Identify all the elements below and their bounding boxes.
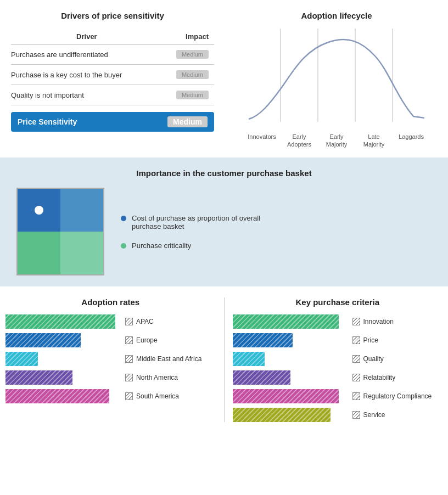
table-row: Purchases are undifferentiated Medium bbox=[11, 44, 214, 65]
bar-fill bbox=[5, 370, 72, 385]
bar-label-text: Service bbox=[363, 411, 385, 419]
legend-item: Purchase criticality bbox=[121, 241, 264, 250]
bar-label: Regulatory Compliance bbox=[352, 392, 432, 400]
adoption-rates-panel: Adoption rates APAC Europe Middle East a… bbox=[5, 297, 216, 422]
bar-label: Quality bbox=[352, 355, 429, 363]
bar-icon bbox=[352, 374, 360, 381]
bar-track bbox=[5, 352, 121, 366]
bar-fill bbox=[233, 352, 265, 366]
importance-content: Cost of purchase as proportion of overal… bbox=[16, 188, 432, 275]
quadrant-dot bbox=[35, 206, 43, 215]
price-sensitivity-badge: Medium bbox=[167, 116, 208, 127]
bar-label-text: North America bbox=[136, 374, 178, 381]
bar-icon bbox=[352, 411, 360, 419]
drivers-title: Drivers of price sensitivity bbox=[11, 11, 214, 20]
bar-label: Relatability bbox=[352, 374, 429, 381]
bar-fill bbox=[233, 389, 339, 403]
adoption-curve-svg bbox=[243, 26, 430, 130]
bar-track bbox=[5, 314, 121, 329]
phase-label: Laggards bbox=[395, 133, 428, 149]
bar-track bbox=[233, 408, 348, 422]
impact-cell: Medium bbox=[163, 85, 214, 105]
bar-row: North America bbox=[5, 370, 216, 385]
phase-label: Early Majority bbox=[320, 133, 353, 149]
driver-cell: Quality is not important bbox=[11, 85, 163, 105]
bar-fill bbox=[233, 408, 331, 422]
bar-label: Middle East and Africa bbox=[125, 355, 202, 363]
quadrant-bottom-left bbox=[18, 232, 60, 274]
impact-cell: Medium bbox=[163, 65, 214, 85]
bar-row: Innovation bbox=[233, 314, 443, 329]
driver-cell: Purchase is a key cost to the buyer bbox=[11, 65, 163, 85]
table-row: Purchase is a key cost to the buyer Medi… bbox=[11, 65, 214, 85]
importance-legend: Cost of purchase as proportion of overal… bbox=[121, 214, 264, 250]
bar-fill bbox=[5, 352, 38, 366]
adoption-panel: Adoption lifecycle InnovatorsEarly Adopt… bbox=[225, 5, 448, 158]
bar-row: APAC bbox=[5, 314, 216, 329]
price-sensitivity-label: Price Sensitivity bbox=[18, 117, 77, 126]
bar-row: Quality bbox=[233, 352, 443, 366]
bar-track bbox=[5, 389, 121, 403]
phase-label: Innovators bbox=[245, 133, 278, 149]
bar-label-text: Europe bbox=[136, 336, 158, 344]
bar-row: Regulatory Compliance bbox=[233, 389, 443, 403]
phase-labels: InnovatorsEarly AdoptersEarly MajorityLa… bbox=[243, 133, 430, 149]
bar-label-text: Innovation bbox=[363, 318, 394, 325]
price-sensitivity-row[interactable]: Price Sensitivity Medium bbox=[11, 112, 214, 132]
bar-row: Europe bbox=[5, 333, 216, 347]
adoption-rates-chart: APAC Europe Middle East and Africa North… bbox=[5, 314, 216, 403]
drivers-table: Driver Impact Purchases are undifferenti… bbox=[11, 30, 214, 105]
phase-label: Late Majority bbox=[357, 133, 390, 149]
bar-label-text: Regulatory Compliance bbox=[363, 392, 432, 400]
section-divider bbox=[224, 297, 225, 422]
bottom-section: Adoption rates APAC Europe Middle East a… bbox=[0, 286, 448, 428]
bar-track bbox=[233, 352, 348, 366]
quadrant-top-right bbox=[60, 189, 103, 232]
col-impact-header: Impact bbox=[163, 30, 214, 44]
bar-label-text: Middle East and Africa bbox=[136, 355, 201, 363]
purchase-criteria-title: Key purchase criteria bbox=[233, 297, 443, 307]
bar-row: South America bbox=[5, 389, 216, 403]
driver-cell: Purchases are undifferentiated bbox=[11, 44, 163, 65]
bar-fill bbox=[233, 370, 290, 385]
bar-icon bbox=[125, 392, 133, 400]
importance-section: Importance in the customer purchase bask… bbox=[0, 158, 448, 286]
bar-track bbox=[233, 370, 348, 385]
bar-row: Middle East and Africa bbox=[5, 352, 216, 366]
bar-icon bbox=[125, 355, 133, 363]
bar-label: South America bbox=[125, 392, 202, 400]
bar-fill bbox=[233, 314, 339, 329]
bar-label: Europe bbox=[125, 336, 202, 344]
legend-dot bbox=[121, 216, 126, 221]
col-driver-header: Driver bbox=[11, 30, 163, 44]
bar-icon bbox=[125, 374, 133, 381]
quadrant-top-left bbox=[18, 189, 60, 232]
quadrant-chart bbox=[16, 188, 104, 275]
bar-row: Relatability bbox=[233, 370, 443, 385]
bar-label-text: APAC bbox=[136, 318, 154, 325]
adoption-chart: InnovatorsEarly AdoptersEarly MajorityLa… bbox=[243, 26, 430, 152]
bar-fill bbox=[233, 333, 293, 347]
bar-icon bbox=[352, 392, 360, 400]
bar-label: Price bbox=[352, 336, 429, 344]
adoption-title: Adoption lifecycle bbox=[231, 11, 443, 20]
bar-label: Innovation bbox=[352, 318, 429, 325]
bar-label-text: South America bbox=[136, 392, 179, 400]
bar-track bbox=[5, 333, 121, 347]
bar-label: North America bbox=[125, 374, 202, 381]
bar-track bbox=[233, 389, 348, 403]
legend-item: Cost of purchase as proportion of overal… bbox=[121, 214, 264, 230]
bar-icon bbox=[125, 318, 133, 325]
legend-text: Purchase criticality bbox=[132, 241, 191, 250]
bar-icon bbox=[352, 355, 360, 363]
bar-label-text: Price bbox=[363, 336, 378, 344]
bar-label: Service bbox=[352, 411, 429, 419]
importance-title: Importance in the customer purchase bask… bbox=[16, 168, 432, 178]
bar-row: Price bbox=[233, 333, 443, 347]
impact-cell: Medium bbox=[163, 44, 214, 65]
bar-icon bbox=[352, 318, 360, 325]
bar-label: APAC bbox=[125, 318, 202, 325]
adoption-rates-title: Adoption rates bbox=[5, 297, 216, 307]
purchase-criteria-chart: Innovation Price Quality Relatability Re bbox=[233, 314, 443, 422]
phase-label: Early Adopters bbox=[283, 133, 316, 149]
